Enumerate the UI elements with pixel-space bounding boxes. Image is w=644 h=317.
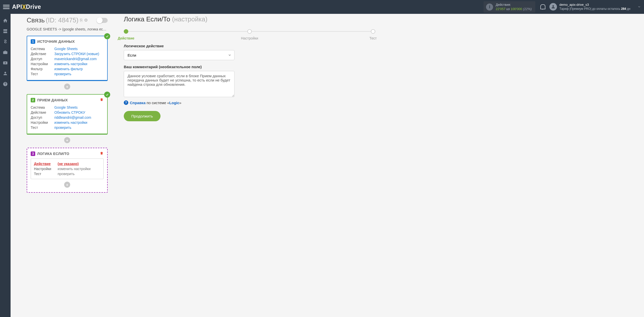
card-number: 2	[31, 98, 35, 102]
step-action[interactable]: Действие	[124, 29, 128, 34]
logic-settings[interactable]: изменить настройки	[58, 167, 91, 171]
comment-input[interactable]	[124, 71, 234, 97]
trash-icon[interactable]	[100, 98, 104, 102]
card-number: 1	[31, 39, 35, 44]
gear-icon[interactable]: ⚙	[84, 18, 88, 23]
sidebar-user[interactable]	[0, 68, 11, 79]
logo[interactable]: APIXDrive	[12, 3, 41, 11]
chevron-down-icon	[637, 5, 641, 9]
dest-system[interactable]: Google Sheets	[54, 105, 78, 109]
actions-counter[interactable]: i Действия: 22'057 из 100'000 (22%)	[484, 1, 535, 13]
copy-icon[interactable]: ⎘	[80, 18, 83, 23]
card-logic: 3 ЛОГИКА ЕСЛИ/ТО Действие(не указано) На…	[27, 148, 108, 193]
dest-action[interactable]: Обновить СТРОКУ	[54, 110, 85, 114]
card-destination: 2 ПРИЕМ ДАННЫХ СистемаGoogle Sheets Дейс…	[27, 94, 108, 135]
tariff-info: Тариф |Премиум PRO| до оплаты осталось 2…	[559, 7, 630, 11]
card-title: ЛОГИКА ЕСЛИ/ТО	[37, 152, 69, 156]
sidebar-home[interactable]	[0, 15, 11, 26]
help-icon: ?	[124, 100, 128, 105]
actions-pct: (22%)	[523, 7, 532, 11]
trash-icon[interactable]	[100, 151, 104, 156]
user-menu[interactable]: demo_apix-drive_s3 Тариф |Премиум PRO| д…	[549, 3, 641, 11]
source-test[interactable]: проверить	[54, 72, 71, 76]
help-system[interactable]: Logic	[169, 101, 179, 105]
connection-id: (ID: 48475)	[46, 16, 78, 24]
source-filter[interactable]: изменить фильтр	[54, 67, 83, 71]
continue-button[interactable]: Продолжить	[124, 111, 160, 121]
add-step-button[interactable]: +	[64, 137, 70, 143]
dest-settings[interactable]: изменить настройки	[54, 121, 87, 125]
help-link[interactable]: ? Справка по системе «Logic»	[124, 100, 375, 105]
source-settings[interactable]: изменить настройки	[54, 62, 87, 66]
add-branch-button[interactable]: +	[64, 182, 70, 188]
info-icon: i	[486, 4, 493, 11]
sidebar-briefcase[interactable]	[0, 47, 11, 58]
check-icon	[104, 33, 110, 39]
card-title: ИСТОЧНИК ДАННЫХ	[37, 39, 75, 44]
logo-text-2: Drive	[26, 4, 41, 10]
card-title: ПРИЕМ ДАННЫХ	[37, 98, 68, 102]
right-panel: Логика Если/То (настройка) Действие Наст…	[114, 14, 385, 198]
actions-of: из	[506, 7, 510, 11]
sidebar-video[interactable]	[0, 58, 11, 68]
source-system[interactable]: Google Sheets	[54, 47, 78, 51]
add-step-button[interactable]: +	[64, 84, 70, 90]
card-source: 1 ИСТОЧНИК ДАННЫХ СистемаGoogle Sheets Д…	[27, 36, 108, 81]
logic-inner: Действие(не указано) Настройкиизменить н…	[31, 158, 104, 179]
left-panel: Связь (ID: 48475) ⎘ ⚙ GOOGLE SHEETS -> (…	[11, 14, 114, 198]
actions-label: Действия:	[496, 3, 532, 7]
logic-action[interactable]: (не указано)	[58, 162, 79, 166]
card-number: 3	[31, 151, 35, 156]
label-logic-action: Логическое действие	[124, 44, 375, 48]
bell-icon[interactable]	[540, 4, 545, 10]
step-settings[interactable]: Настройки	[247, 29, 252, 34]
logo-x: X	[22, 3, 26, 11]
source-access[interactable]: maverickandrii@gmail.com	[54, 57, 97, 61]
dest-test[interactable]: проверить	[54, 126, 71, 130]
page-title: Логика Если/То (настройка)	[124, 15, 375, 23]
logic-test[interactable]: проверить	[58, 172, 75, 176]
sidebar	[0, 14, 11, 208]
help-word[interactable]: Справка	[130, 101, 145, 105]
user-name: demo_apix-drive_s3	[559, 3, 630, 7]
check-icon	[104, 92, 110, 98]
logo-text-1: API	[12, 4, 22, 10]
connection-title: Связь (ID: 48475) ⎘ ⚙	[27, 16, 108, 24]
label-comment: Ваш комментарий (необязательное поле)	[124, 65, 375, 69]
source-action[interactable]: Загрузить СТРОКИ (новые)	[54, 52, 99, 56]
step-test[interactable]: Тест	[371, 29, 375, 34]
actions-used: 22'057	[496, 7, 505, 11]
sidebar-billing[interactable]	[0, 36, 11, 47]
logic-action-select[interactable]	[124, 50, 234, 60]
app-header: APIXDrive i Действия: 22'057 из 100'000 …	[0, 0, 644, 14]
dest-access[interactable]: riddleandrii@gmail.com	[54, 115, 91, 120]
sidebar-help[interactable]	[0, 79, 11, 89]
avatar-icon	[549, 3, 557, 11]
sidebar-connections[interactable]	[0, 26, 11, 36]
hamburger-icon[interactable]	[3, 4, 10, 10]
connection-toggle[interactable]	[97, 18, 108, 23]
actions-total: 100'000	[511, 7, 522, 11]
connection-subtitle: GOOGLE SHEETS -> (google sheets, логика …	[27, 27, 108, 31]
stepper: Действие Настройки Тест	[124, 29, 375, 34]
